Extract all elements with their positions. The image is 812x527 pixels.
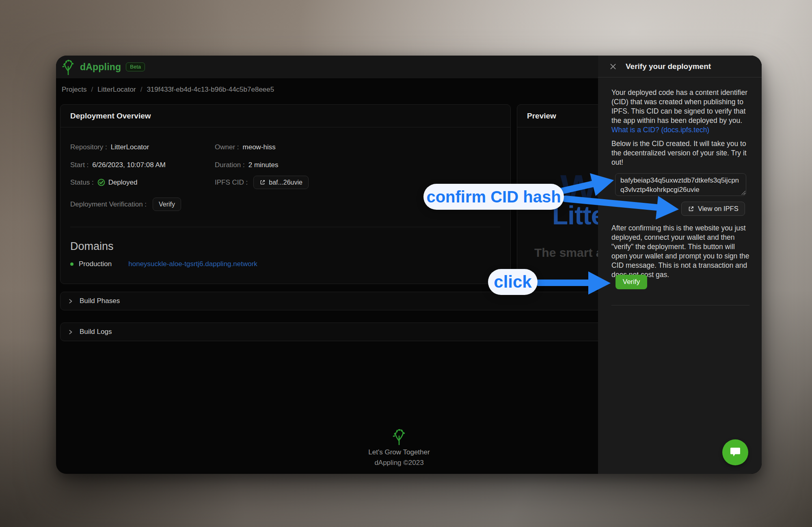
what-is-cid-link[interactable]: What is a CID? (docs.ipfs.tech) — [611, 126, 709, 134]
chevron-right-icon — [68, 329, 73, 335]
footer-tree-icon — [391, 428, 407, 445]
view-on-ipfs-label: View on IPFS — [698, 205, 739, 213]
breadcrumb-projects[interactable]: Projects — [62, 86, 86, 94]
status-chip: Deployed — [97, 179, 138, 187]
dappling-app-window: dAppling Beta Projects / LitterLocator /… — [56, 56, 762, 474]
verification-verify-button[interactable]: Verify — [153, 198, 181, 211]
cid-textarea[interactable]: bafybeiap34q5uxwztdb7dtkefs3q5ijcpnq3vlv… — [615, 173, 746, 196]
brand-name: dAppling — [80, 62, 121, 73]
verification-row: Deployment Verification : Verify — [70, 198, 181, 211]
breadcrumb-deployment-id: 319f433f-eb4d-4c13-b96b-44c5b7e8eee5 — [147, 86, 274, 94]
panel-intro-text: Your deployed code has a content identif… — [611, 88, 747, 125]
breadcrumb-project-name[interactable]: LitterLocator — [97, 86, 136, 94]
verify-button[interactable]: Verify — [615, 275, 647, 289]
click-callout: click — [488, 269, 538, 295]
ipfs-cid-button-label: baf...26uvie — [269, 179, 302, 186]
breadcrumb-separator: / — [140, 86, 143, 94]
brand-logo[interactable]: dAppling — [61, 59, 121, 75]
external-link-icon — [259, 179, 266, 185]
build-phases-label: Build Phases — [80, 297, 120, 305]
repository-value: LitterLocator — [111, 143, 149, 151]
production-label: Production — [79, 260, 112, 268]
verify-deployment-panel: Verify your deployment Your deployed cod… — [598, 56, 762, 474]
panel-intro-paragraph: Your deployed code has a content identif… — [611, 88, 750, 135]
production-domain-link[interactable]: honeysuckle-aloe-tgsrtj6.dappling.networ… — [128, 260, 257, 268]
ipfs-cid-row: IPFS CID : baf...26uvie — [215, 176, 309, 189]
close-icon[interactable] — [609, 62, 618, 71]
owner-label: Owner : — [215, 143, 239, 151]
panel-divider — [611, 305, 749, 305]
chat-fab-button[interactable] — [722, 439, 748, 465]
status-row: Status : Deployed — [70, 176, 137, 189]
start-value: 6/26/2023, 10:07:08 AM — [92, 161, 166, 169]
start-row: Start : 6/26/2023, 10:07:08 AM — [70, 158, 166, 172]
status-label: Status : — [70, 179, 94, 187]
start-label: Start : — [70, 161, 89, 169]
confirm-cid-hash-callout: confirm CID hash — [423, 184, 564, 210]
deployed-check-icon — [97, 179, 105, 186]
domains-title: Domains — [70, 240, 114, 253]
panel-below-paragraph: Below is the CID created. It will take y… — [611, 139, 750, 167]
panel-header: Verify your deployment — [598, 56, 762, 77]
owner-row: Owner : meow-hiss — [215, 140, 276, 154]
overview-divider — [70, 227, 500, 227]
breadcrumb: Projects / LitterLocator / 319f433f-eb4d… — [62, 86, 274, 94]
overview-card-title: Deployment Overview — [60, 105, 510, 127]
ipfs-cid-label: IPFS CID : — [215, 179, 248, 187]
chat-bubble-icon — [729, 447, 741, 458]
build-logs-label: Build Logs — [80, 328, 112, 336]
beta-badge: Beta — [126, 62, 145, 71]
duration-row: Duration : 2 minutes — [215, 158, 278, 172]
verification-label: Deployment Verification : — [70, 200, 147, 209]
repository-label: Repository : — [70, 143, 107, 151]
duration-label: Duration : — [215, 161, 245, 169]
panel-after-paragraph: After confirming this is the website you… — [611, 224, 750, 280]
external-link-icon — [688, 206, 694, 212]
view-on-ipfs-button[interactable]: View on IPFS — [681, 202, 745, 216]
verification-verify-label: Verify — [159, 201, 175, 208]
owner-value: meow-hiss — [243, 143, 276, 151]
production-status-dot — [70, 262, 73, 266]
breadcrumb-separator: / — [91, 86, 93, 94]
production-domain-row: Production honeysuckle-aloe-tgsrtj6.dapp… — [70, 260, 257, 269]
repository-row: Repository : LitterLocator — [70, 140, 149, 154]
chevron-right-icon — [68, 299, 73, 304]
tree-logo-icon — [61, 59, 76, 75]
status-value: Deployed — [108, 179, 138, 187]
ipfs-cid-button[interactable]: baf...26uvie — [253, 176, 309, 189]
duration-value: 2 minutes — [248, 161, 279, 169]
screenshot-stage: dAppling Beta Projects / LitterLocator /… — [0, 0, 812, 527]
panel-title: Verify your deployment — [626, 62, 711, 71]
